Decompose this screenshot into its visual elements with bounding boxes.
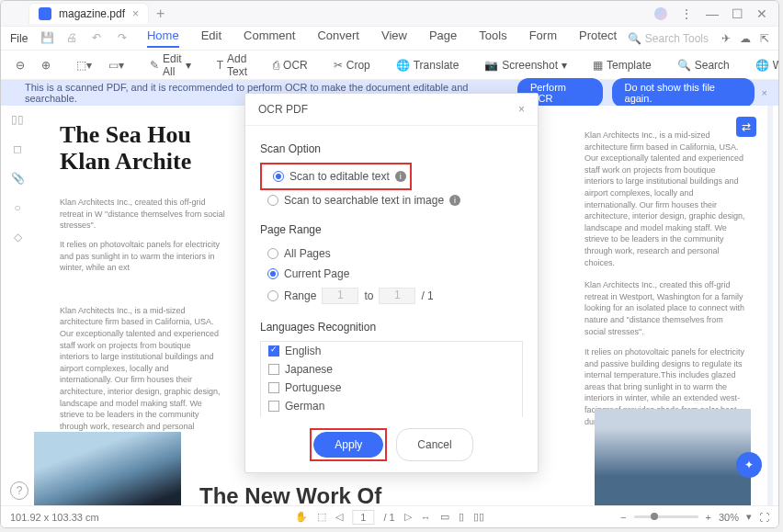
ocr-icon: ⎙ bbox=[273, 59, 279, 72]
attachment-icon[interactable]: 📎 bbox=[11, 172, 25, 185]
scan-editable-radio[interactable]: Scan to editable text i bbox=[266, 166, 406, 187]
menu-edit[interactable]: Edit bbox=[201, 28, 221, 48]
screenshot-button[interactable]: 📷Screenshot▾ bbox=[479, 59, 573, 72]
send-icon[interactable]: ✈ bbox=[721, 32, 731, 45]
template-icon: ▦ bbox=[593, 59, 603, 72]
wikipedia-icon: 🌐 bbox=[755, 59, 769, 72]
tab-close-icon[interactable]: × bbox=[132, 7, 139, 20]
radio-icon bbox=[267, 268, 278, 279]
all-pages-radio[interactable]: All Pages bbox=[260, 243, 523, 264]
zoom-minus-icon[interactable]: − bbox=[620, 512, 626, 523]
fit-page-icon[interactable]: ▭ bbox=[440, 511, 449, 523]
camera-icon: 📷 bbox=[484, 59, 498, 72]
two-page-icon[interactable]: ▯▯ bbox=[473, 511, 484, 523]
menu-form[interactable]: Form bbox=[529, 28, 557, 48]
edit-all-button[interactable]: ✎Edit All▾ bbox=[144, 52, 197, 78]
search-tools-icon: 🔍 bbox=[628, 32, 641, 45]
radio-icon bbox=[267, 248, 278, 259]
range-to-input[interactable]: 1 bbox=[379, 288, 415, 304]
info-icon[interactable]: i bbox=[449, 195, 460, 206]
menu-tools[interactable]: Tools bbox=[479, 28, 506, 48]
select-icon[interactable]: ⬚▾ bbox=[76, 59, 92, 72]
next-page-icon[interactable]: ▷ bbox=[404, 511, 412, 523]
help-button[interactable]: ? bbox=[10, 481, 28, 500]
zoom-out-icon[interactable]: ⊖ bbox=[16, 59, 25, 72]
menu-view[interactable]: View bbox=[381, 28, 407, 48]
menu-comment[interactable]: Comment bbox=[244, 28, 295, 48]
banner-close-icon[interactable]: × bbox=[762, 87, 767, 98]
wikipedia-button[interactable]: 🌐Wikipedia bbox=[750, 59, 779, 72]
range-from-input[interactable]: 1 bbox=[322, 288, 358, 304]
range-radio[interactable]: Range 1 to 1 / 1 bbox=[260, 284, 523, 308]
file-menu[interactable]: File bbox=[10, 32, 28, 45]
hand-tool-icon[interactable]: ✋ bbox=[295, 511, 308, 523]
rcol-para1: Klan Architects Inc., is a mid-sized arc… bbox=[584, 130, 745, 268]
current-page-radio[interactable]: Current Page bbox=[260, 264, 523, 284]
page-dimensions: 101.92 x 103.33 cm bbox=[10, 512, 99, 523]
ocr-button[interactable]: ⎙OCR bbox=[267, 59, 313, 72]
lang-portuguese[interactable]: Portuguese bbox=[261, 379, 522, 397]
thumbnails-icon[interactable]: ▯▯ bbox=[11, 113, 24, 126]
prev-page-icon[interactable]: ◁ bbox=[335, 511, 343, 523]
cancel-button[interactable]: Cancel bbox=[396, 428, 472, 461]
print-icon[interactable]: 🖨 bbox=[66, 31, 81, 46]
new-tab-button[interactable]: + bbox=[156, 6, 165, 22]
page-input[interactable]: 1 bbox=[352, 510, 374, 525]
radio-icon bbox=[267, 195, 278, 206]
scan-searchable-radio[interactable]: Scan to searchable text in image i bbox=[260, 190, 523, 210]
doc-image-left bbox=[34, 432, 181, 505]
profile-avatar[interactable] bbox=[654, 7, 667, 20]
expand-icon[interactable]: ⇱ bbox=[760, 32, 769, 45]
menu-page[interactable]: Page bbox=[429, 28, 457, 48]
shape-icon[interactable]: ▭▾ bbox=[108, 59, 124, 72]
add-text-button[interactable]: TAdd Text bbox=[211, 52, 253, 78]
template-button[interactable]: ▦Template bbox=[587, 59, 657, 72]
zoom-in-icon[interactable]: ⊕ bbox=[41, 59, 51, 72]
select-tool-icon[interactable]: ⬚ bbox=[317, 511, 326, 523]
zoom-value[interactable]: 30% bbox=[719, 512, 739, 523]
titlebar: magazine.pdf × + ⋮ ― ☐ ✕ bbox=[1, 1, 778, 27]
document-tab[interactable]: magazine.pdf × bbox=[28, 3, 149, 24]
more-icon[interactable]: ⋮ bbox=[680, 6, 693, 21]
search-button[interactable]: 🔍Search bbox=[672, 59, 735, 72]
redo-icon[interactable]: ↷ bbox=[118, 31, 132, 46]
language-list[interactable]: English Japanese Portuguese German Spani… bbox=[260, 341, 523, 417]
bottom-title-line1: The New Work Of bbox=[199, 483, 381, 505]
single-page-icon[interactable]: ▯ bbox=[459, 511, 464, 523]
menu-protect[interactable]: Protect bbox=[579, 28, 617, 48]
lang-german[interactable]: German bbox=[261, 397, 522, 415]
fab-button[interactable]: ✦ bbox=[736, 452, 762, 478]
menu-convert[interactable]: Convert bbox=[317, 28, 359, 48]
zoom-plus-icon[interactable]: + bbox=[706, 512, 711, 523]
search-panel-icon[interactable]: ○ bbox=[14, 201, 20, 214]
app-icon bbox=[39, 7, 51, 20]
share-button[interactable]: ⇄ bbox=[736, 117, 756, 137]
search-tools-input[interactable]: Search Tools bbox=[645, 32, 709, 45]
search-icon: 🔍 bbox=[677, 59, 691, 72]
maximize-icon[interactable]: ☐ bbox=[732, 6, 743, 21]
translate-icon: 🌐 bbox=[396, 59, 410, 72]
cloud-icon[interactable]: ☁ bbox=[740, 32, 751, 45]
undo-icon[interactable]: ↶ bbox=[92, 31, 107, 46]
bookmark-icon[interactable]: ◻ bbox=[13, 142, 22, 155]
lang-english[interactable]: English bbox=[261, 342, 522, 360]
crop-button[interactable]: ✂Crop bbox=[328, 59, 376, 72]
toolbar: ⊖ ⊕ ⬚▾ ▭▾ ✎Edit All▾ TAdd Text ⎙OCR ✂Cro… bbox=[1, 51, 778, 80]
do-not-show-button[interactable]: Do not show this file again. bbox=[612, 78, 755, 108]
translate-button[interactable]: 🌐Translate bbox=[391, 59, 465, 72]
save-icon[interactable]: 💾 bbox=[40, 31, 55, 46]
rcol-para2: Klan Architects Inc., created this off-g… bbox=[584, 279, 745, 337]
minimize-icon[interactable]: ― bbox=[706, 6, 719, 21]
fullscreen-icon[interactable]: ⛶ bbox=[759, 512, 769, 523]
layers-icon[interactable]: ◇ bbox=[14, 231, 22, 243]
close-icon[interactable]: ✕ bbox=[756, 6, 767, 21]
text-icon: T bbox=[217, 59, 223, 72]
edit-icon: ✎ bbox=[150, 59, 159, 72]
menu-home[interactable]: Home bbox=[147, 28, 179, 48]
info-icon[interactable]: i bbox=[395, 171, 406, 182]
lang-japanese[interactable]: Japanese bbox=[261, 360, 522, 379]
apply-button[interactable]: Apply bbox=[313, 432, 383, 458]
modal-close-icon[interactable]: × bbox=[518, 103, 525, 116]
fit-width-icon[interactable]: ↔ bbox=[421, 512, 431, 523]
zoom-slider[interactable] bbox=[634, 515, 698, 518]
